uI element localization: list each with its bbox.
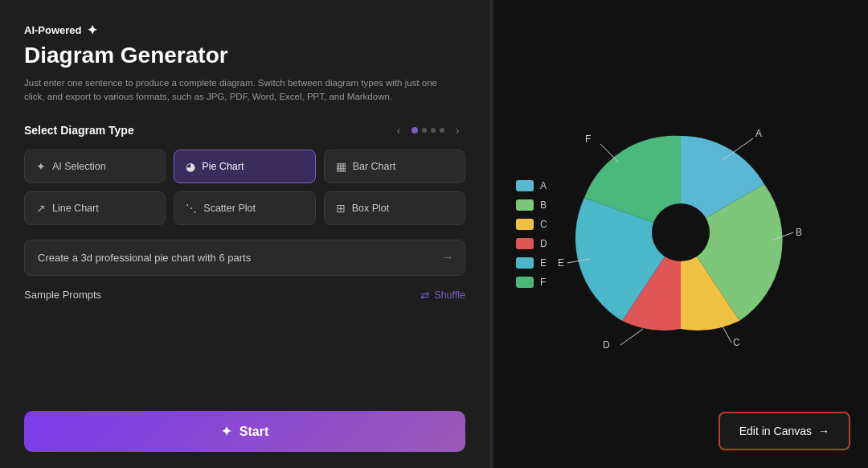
btn-line-chart[interactable]: ↗ Line Chart	[24, 191, 166, 225]
legend-item-a: A	[516, 180, 547, 191]
edit-canvas-arrow: →	[818, 425, 829, 437]
start-button[interactable]: ✦ Start	[24, 411, 465, 452]
line-f	[600, 144, 619, 162]
pie-chart-label: Pie Chart	[202, 161, 244, 172]
legend-item-b: B	[516, 199, 547, 211]
ai-selection-icon: ✦	[36, 160, 46, 173]
box-plot-icon: ⊞	[336, 202, 346, 215]
scatter-plot-icon: ⋱	[186, 202, 197, 215]
legend-color-d	[516, 238, 534, 249]
shuffle-icon: ⇄	[420, 289, 430, 302]
bar-chart-icon: ▦	[336, 160, 346, 173]
badge-text: AI-Powered	[24, 24, 82, 36]
left-panel: AI-Powered ✦ Diagram Generator Just ente…	[0, 0, 490, 468]
start-label: Start	[240, 425, 268, 439]
legend-label-f: F	[540, 277, 546, 288]
ai-selection-label: AI Selection	[52, 161, 106, 172]
legend-item-d: D	[516, 238, 547, 249]
section-title: Select Diagram Type	[24, 124, 134, 137]
label-d: D	[603, 339, 610, 351]
right-panel: A B C D E F	[493, 0, 868, 468]
dot-1	[411, 127, 418, 133]
carousel-controls: ‹ ›	[391, 122, 465, 138]
input-arrow-icon[interactable]: →	[441, 250, 454, 265]
carousel-dots	[411, 127, 444, 133]
dot-4	[440, 128, 444, 133]
legend-item-c: C	[516, 219, 547, 230]
line-chart-icon: ↗	[36, 202, 46, 215]
shuffle-label: Shuffle	[434, 289, 465, 301]
pie-chart-svg: A B C D E F	[556, 108, 805, 357]
diagram-type-grid: ✦ AI Selection ◕ Pie Chart ▦ Bar Chart ↗…	[24, 150, 465, 225]
section-header: Select Diagram Type ‹ ›	[24, 122, 465, 138]
carousel-prev[interactable]: ‹	[391, 122, 407, 138]
legend-label-c: C	[540, 219, 547, 230]
carousel-next[interactable]: ›	[449, 122, 465, 138]
scatter-plot-label: Scatter Plot	[203, 203, 256, 214]
pie-center	[652, 203, 710, 261]
label-f: F	[585, 133, 591, 145]
start-icon: ✦	[221, 424, 231, 439]
line-c	[721, 323, 731, 343]
btn-box-plot[interactable]: ⊞ Box Plot	[324, 191, 465, 225]
sample-prompts-row: Sample Prompts ⇄ Shuffle	[24, 289, 465, 302]
shuffle-button[interactable]: ⇄ Shuffle	[420, 289, 465, 302]
legend-color-e	[516, 257, 534, 269]
legend-color-c	[516, 219, 534, 230]
chart-container: A B C D E F	[493, 0, 868, 468]
btn-scatter-plot[interactable]: ⋱ Scatter Plot	[174, 191, 315, 225]
bar-chart-label: Bar Chart	[353, 161, 396, 172]
edit-canvas-label: Edit in Canvas	[739, 425, 812, 437]
ai-badge: AI-Powered ✦	[24, 23, 465, 38]
legend-color-a	[516, 180, 534, 191]
legend-label-a: A	[540, 180, 547, 191]
sample-prompts-label: Sample Prompts	[24, 289, 101, 301]
legend-label-d: D	[540, 238, 547, 249]
dot-2	[422, 128, 427, 133]
legend-color-b	[516, 199, 534, 211]
btn-bar-chart[interactable]: ▦ Bar Chart	[324, 150, 465, 183]
prompt-input-container: →	[24, 240, 465, 276]
page-title: Diagram Generator	[24, 43, 465, 68]
legend-label-e: E	[540, 257, 547, 269]
box-plot-label: Box Plot	[352, 203, 390, 214]
prompt-input[interactable]	[24, 240, 465, 276]
legend-color-f	[516, 277, 534, 288]
edit-canvas-button[interactable]: Edit in Canvas →	[719, 412, 850, 450]
line-chart-label: Line Chart	[52, 203, 99, 214]
btn-pie-chart[interactable]: ◕ Pie Chart	[174, 150, 315, 183]
dot-3	[431, 128, 436, 133]
label-c: C	[733, 337, 740, 348]
label-a: A	[755, 128, 762, 139]
legend-item-e: E	[516, 257, 547, 269]
chart-legend: A B C D E F	[516, 180, 547, 288]
pie-chart-wrapper: A B C D E F	[556, 108, 805, 360]
legend-label-b: B	[540, 199, 547, 211]
sparkle-icon: ✦	[87, 23, 97, 38]
pie-chart-icon: ◕	[186, 160, 195, 173]
btn-ai-selection[interactable]: ✦ AI Selection	[24, 150, 166, 183]
description-text: Just enter one sentence to produce a com…	[24, 76, 442, 105]
legend-item-f: F	[516, 277, 547, 288]
label-e: E	[558, 257, 564, 269]
line-d	[620, 329, 643, 345]
label-b: B	[796, 227, 802, 238]
